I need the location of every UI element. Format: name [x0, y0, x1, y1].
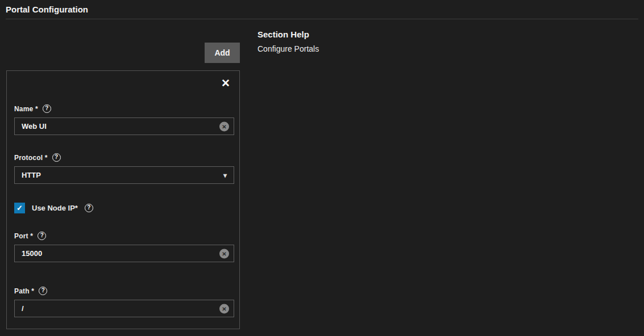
path-label: Path * — [14, 287, 34, 295]
port-input[interactable] — [14, 245, 234, 262]
name-input[interactable] — [14, 117, 234, 135]
use-node-ip-checkbox[interactable]: ✓ Use Node IP* ? — [14, 203, 234, 213]
protocol-select[interactable]: HTTP ▾ — [14, 166, 234, 184]
help-icon[interactable]: ? — [52, 153, 61, 162]
portal-form-panel: ✕ Name * ? ✕ Protocol * ? HTTP ▾ ✓ Use N… — [6, 70, 240, 329]
checkbox-checked-icon[interactable]: ✓ — [14, 203, 25, 213]
path-field-group: Path * ? ✕ — [14, 287, 234, 317]
protocol-field-group: Protocol * ? HTTP ▾ — [14, 153, 234, 184]
clear-icon[interactable]: ✕ — [219, 121, 229, 131]
path-input[interactable] — [14, 300, 234, 317]
section-help-body: Configure Portals — [257, 44, 319, 53]
name-label: Name * — [14, 105, 38, 113]
header-divider — [6, 19, 638, 19]
section-help: Section Help Configure Portals — [257, 30, 319, 53]
port-label: Port * — [14, 232, 33, 240]
name-field-group: Name * ? ✕ — [14, 104, 234, 135]
close-icon[interactable]: ✕ — [218, 75, 234, 91]
help-icon[interactable]: ? — [39, 287, 47, 295]
port-field-group: Port * ? ✕ — [14, 232, 234, 262]
help-icon[interactable]: ? — [38, 232, 46, 240]
help-icon[interactable]: ? — [43, 104, 51, 113]
clear-icon[interactable]: ✕ — [219, 249, 229, 258]
page-title: Portal Configuration — [6, 5, 88, 14]
use-node-ip-field-group: ✓ Use Node IP* ? — [14, 203, 234, 213]
add-button[interactable]: Add — [205, 43, 240, 63]
use-node-ip-label: Use Node IP* — [32, 204, 78, 212]
protocol-selected-value: HTTP — [22, 171, 41, 179]
section-help-title: Section Help — [257, 30, 319, 39]
help-icon[interactable]: ? — [85, 204, 93, 212]
protocol-label: Protocol * — [14, 154, 48, 162]
chevron-down-icon: ▾ — [223, 172, 227, 179]
clear-icon[interactable]: ✕ — [219, 304, 229, 313]
